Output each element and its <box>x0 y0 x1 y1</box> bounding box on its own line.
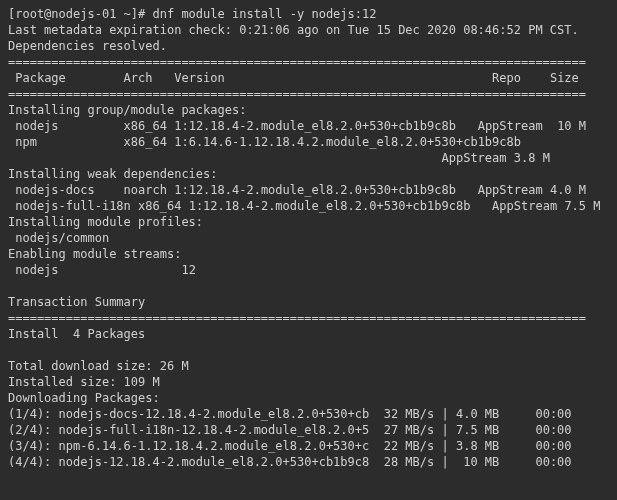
col-package: Package <box>15 71 66 85</box>
pkg-i18n-name: nodejs-full-i18n <box>8 199 131 213</box>
dl-4-size: 10 MB <box>456 455 499 469</box>
col-arch: Arch <box>124 71 153 85</box>
install-count: Install 4 Packages <box>8 327 145 341</box>
dl-1-speed: 32 MB/s <box>384 407 435 421</box>
dl-1-time: 00:00 <box>535 407 571 421</box>
dl-3-name: (3/4): npm-6.14.6-1.12.18.4.2.module_el8… <box>8 439 369 453</box>
dl-4-name: (4/4): nodejs-12.18.4-2.module_el8.2.0+5… <box>8 455 369 469</box>
hr-top: ========================================… <box>8 55 586 69</box>
pkg-i18n-arch: x86_64 <box>138 199 181 213</box>
col-version: Version <box>174 71 225 85</box>
stream-version: 12 <box>181 263 195 277</box>
hr-tx: ========================================… <box>8 311 586 325</box>
profile-line: nodejs/common <box>8 231 109 245</box>
pkg-docs-arch: noarch <box>124 183 167 197</box>
section-weak-deps: Installing weak dependencies: <box>8 167 218 181</box>
pkg-nodejs-arch: x86_64 <box>124 119 167 133</box>
dl-1-size: 4.0 MB <box>456 407 499 421</box>
pkg-npm-size: 3.8 M <box>514 151 550 165</box>
dl-2-speed: 27 MB/s <box>384 423 435 437</box>
dl-3-size: 3.8 MB <box>456 439 499 453</box>
metadata-line: Last metadata expiration check: 0:21:06 … <box>8 23 579 37</box>
pkg-npm-repo: AppStream <box>441 151 506 165</box>
transaction-summary: Transaction Summary <box>8 295 145 309</box>
pkg-docs-repo: AppStream <box>478 183 543 197</box>
pkg-nodejs-name: nodejs <box>8 119 59 133</box>
pkg-i18n-repo: AppStream <box>492 199 557 213</box>
pkg-nodejs-version: 1:12.18.4-2.module_el8.2.0+530+cb1b9c8b <box>174 119 456 133</box>
total-download-size: Total download size: 26 M <box>8 359 189 373</box>
dl-1-name: (1/4): nodejs-docs-12.18.4-2.module_el8.… <box>8 407 369 421</box>
installed-size: Installed size: 109 M <box>8 375 160 389</box>
section-module-streams: Enabling module streams: <box>8 247 181 261</box>
section-group-packages: Installing group/module packages: <box>8 103 246 117</box>
command-text: dnf module install -y nodejs:12 <box>153 7 377 21</box>
pkg-npm-version: 1:6.14.6-1.12.18.4.2.module_el8.2.0+530+… <box>174 135 521 149</box>
shell-prompt: [root@nodejs-01 ~]# <box>8 7 153 21</box>
section-module-profiles: Installing module profiles: <box>8 215 203 229</box>
pkg-nodejs-repo: AppStream <box>478 119 543 133</box>
dl-3-speed: 22 MB/s <box>384 439 435 453</box>
col-size: Size <box>550 71 579 85</box>
downloading-packages: Downloading Packages: <box>8 391 160 405</box>
pkg-i18n-version: 1:12.18.4-2.module_el8.2.0+530+cb1b9c8b <box>189 199 471 213</box>
dl-3-time: 00:00 <box>535 439 571 453</box>
dl-2-name: (2/4): nodejs-full-i18n-12.18.4-2.module… <box>8 423 369 437</box>
deps-resolved: Dependencies resolved. <box>8 39 167 53</box>
hr-mid: ========================================… <box>8 87 586 101</box>
pkg-nodejs-size: 10 M <box>557 119 586 133</box>
pkg-docs-name: nodejs-docs <box>8 183 95 197</box>
pkg-i18n-size: 7.5 M <box>564 199 600 213</box>
dl-2-time: 00:00 <box>535 423 571 437</box>
dl-4-speed: 28 MB/s <box>384 455 435 469</box>
terminal[interactable]: [root@nodejs-01 ~]# dnf module install -… <box>0 0 617 476</box>
pkg-npm-arch: x86_64 <box>124 135 167 149</box>
dl-2-size: 7.5 MB <box>456 423 499 437</box>
pkg-npm-name: npm <box>8 135 37 149</box>
pkg-docs-version: 1:12.18.4-2.module_el8.2.0+530+cb1b9c8b <box>174 183 456 197</box>
stream-name: nodejs <box>8 263 59 277</box>
col-repo: Repo <box>492 71 521 85</box>
dl-4-time: 00:00 <box>535 455 571 469</box>
pkg-docs-size: 4.0 M <box>550 183 586 197</box>
